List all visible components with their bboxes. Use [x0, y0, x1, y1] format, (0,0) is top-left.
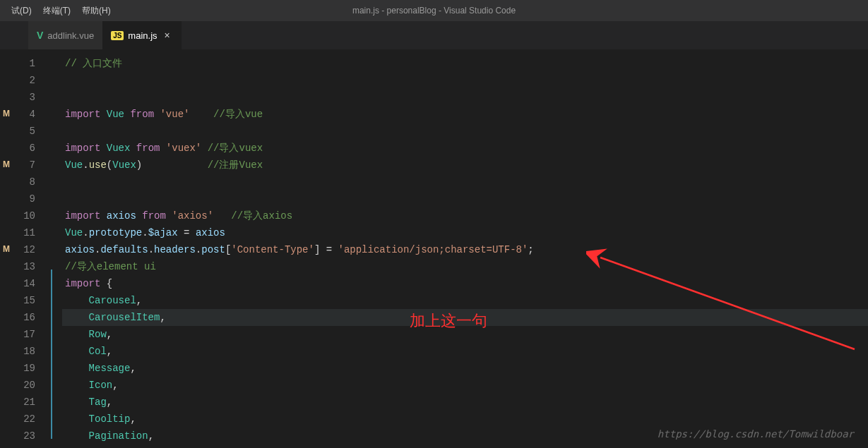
line-number: 16: [13, 309, 35, 326]
code-area[interactable]: // 入口文件import Vue from 'vue' //导入vueimpo…: [62, 49, 868, 448]
js-icon: JS: [111, 31, 124, 40]
code-line[interactable]: import axios from 'axios' //导入axios: [62, 207, 868, 224]
code-line[interactable]: axios.defaults.headers.post['Content-Typ…: [62, 241, 868, 258]
line-number: 12: [13, 241, 35, 258]
code-line[interactable]: [62, 89, 868, 106]
code-line[interactable]: [62, 174, 868, 190]
code-line[interactable]: Tooltip,: [62, 411, 868, 428]
git-modified-marker: M: [3, 159, 10, 169]
line-number: 13: [13, 258, 35, 275]
code-line[interactable]: Col,: [62, 343, 868, 360]
line-number: 5: [13, 123, 35, 140]
editor: MMM 123456789101112131415161718192021222…: [0, 49, 868, 448]
close-icon[interactable]: ×: [162, 30, 173, 41]
tab-addlink-vue[interactable]: V addlink.vue: [28, 21, 102, 49]
code-line[interactable]: Vue.prototype.$ajax = axios: [62, 224, 868, 241]
code-line[interactable]: Carousel,: [62, 292, 868, 309]
line-number: 15: [13, 292, 35, 309]
line-number: 1: [13, 55, 35, 72]
line-number: 22: [13, 411, 35, 428]
fold-gutter: [48, 49, 62, 448]
line-number: 18: [13, 343, 35, 360]
line-number: 10: [13, 207, 35, 224]
line-numbers: 1234567891011121314151617181920212223: [13, 49, 48, 448]
line-number: 20: [13, 377, 35, 394]
line-number: 23: [13, 428, 35, 444]
code-line[interactable]: [62, 123, 868, 140]
line-number: 17: [13, 326, 35, 343]
code-line[interactable]: Message,: [62, 360, 868, 377]
tab-label: addlink.vue: [47, 30, 94, 41]
line-number: 7: [13, 157, 35, 174]
tab-label: main.js: [128, 30, 157, 41]
code-line[interactable]: Row,: [62, 326, 868, 343]
code-line[interactable]: [62, 190, 868, 207]
git-gutter: MMM: [0, 49, 13, 448]
tabbar: V addlink.vue JS main.js ×: [0, 21, 868, 49]
line-number: 4: [13, 106, 35, 123]
code-line[interactable]: Tag,: [62, 394, 868, 411]
line-number: 8: [13, 174, 35, 190]
line-number: 21: [13, 394, 35, 411]
code-line[interactable]: //导入element ui: [62, 258, 868, 275]
menubar: 试(D) 终端(T) 帮助(H) main.js - personalBlog …: [0, 0, 868, 21]
line-number: 9: [13, 190, 35, 207]
tab-main-js[interactable]: JS main.js ×: [102, 21, 181, 49]
line-number: 3: [13, 89, 35, 106]
code-line[interactable]: Vue.use(Vuex) //注册Vuex: [62, 157, 868, 174]
vue-icon: V: [37, 30, 43, 41]
code-line[interactable]: [62, 72, 868, 89]
menu-item-help[interactable]: 帮助(H): [76, 5, 117, 17]
line-number: 14: [13, 275, 35, 292]
window-title: main.js - personalBlog - Visual Studio C…: [352, 6, 516, 16]
menu-item-debug[interactable]: 试(D): [6, 5, 37, 17]
code-line[interactable]: import Vue from 'vue' //导入vue: [62, 106, 868, 123]
line-number: 6: [13, 140, 35, 157]
git-modified-marker: M: [3, 109, 10, 119]
code-line[interactable]: // 入口文件: [62, 55, 868, 72]
code-line[interactable]: Pagination,: [62, 428, 868, 444]
menu-item-terminal[interactable]: 终端(T): [37, 5, 76, 17]
code-line[interactable]: import Vuex from 'vuex' //导入vuex: [62, 140, 868, 157]
fold-indicator: [51, 270, 52, 439]
line-number: 11: [13, 224, 35, 241]
line-number: 19: [13, 360, 35, 377]
code-line[interactable]: Icon,: [62, 377, 868, 394]
line-number: 2: [13, 72, 35, 89]
code-line[interactable]: CarouselItem,: [62, 309, 868, 326]
git-modified-marker: M: [3, 244, 10, 254]
code-line[interactable]: import {: [62, 275, 868, 292]
